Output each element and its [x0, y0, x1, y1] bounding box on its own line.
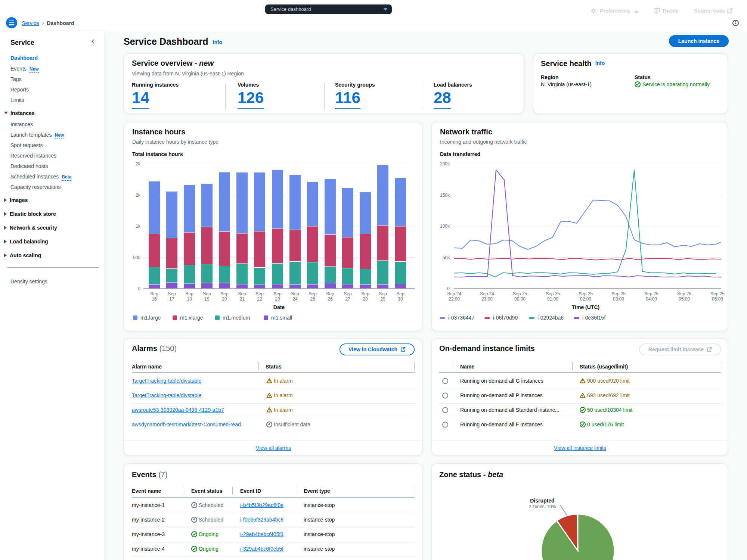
svg-text:200k: 200k [440, 161, 450, 167]
svg-text:27: 27 [345, 296, 350, 302]
svg-text:Sep: Sep [168, 291, 176, 296]
svg-text:28: 28 [363, 296, 368, 302]
svg-text:0: 0 [138, 286, 140, 291]
svg-text:0: 0 [447, 286, 450, 291]
svg-text:Sep: Sep [344, 291, 352, 296]
svg-text:04:00: 04:00 [646, 296, 657, 302]
svg-text:Sep: Sep [326, 291, 334, 296]
svg-text:Sep 25: Sep 25 [611, 291, 626, 296]
svg-text:Sep: Sep [220, 291, 229, 296]
svg-text:23: 23 [275, 296, 280, 302]
svg-text:05:00: 05:00 [679, 296, 690, 302]
svg-text:Sep 25: Sep 25 [546, 291, 560, 296]
svg-text:Sep: Sep [396, 291, 405, 296]
svg-text:Sep 25: Sep 25 [644, 291, 658, 296]
svg-text:00:00: 00:00 [514, 296, 526, 302]
svg-text:Sep: Sep [379, 291, 387, 296]
svg-text:Sep: Sep [273, 291, 282, 296]
svg-text:2k: 2k [136, 161, 141, 167]
svg-text:23:00: 23:00 [481, 296, 493, 302]
svg-text:01:00: 01:00 [547, 296, 558, 302]
svg-text:Sep: Sep [291, 291, 299, 296]
svg-text:Sep 25: Sep 25 [579, 291, 593, 296]
svg-text:Sep 25: Sep 25 [513, 291, 527, 296]
svg-text:100k: 100k [440, 224, 450, 229]
svg-text:2k: 2k [136, 193, 141, 198]
svg-text:Sep: Sep [255, 291, 264, 296]
svg-text:500: 500 [133, 255, 140, 260]
svg-text:18: 18 [187, 296, 192, 302]
svg-text:1k: 1k [136, 224, 141, 229]
svg-text:Sep: Sep [309, 291, 317, 296]
svg-text:Sep: Sep [361, 291, 369, 296]
svg-text:02:00: 02:00 [580, 296, 591, 302]
svg-text:24: 24 [292, 296, 298, 302]
svg-text:22: 22 [257, 296, 262, 302]
svg-text:30: 30 [398, 296, 403, 302]
svg-text:Sep 24: Sep 24 [480, 291, 494, 296]
svg-text:26: 26 [328, 296, 333, 302]
svg-text:25: 25 [310, 296, 315, 302]
svg-text:06:00: 06:00 [712, 296, 723, 302]
svg-text:Sep 25: Sep 25 [710, 291, 725, 296]
svg-text:19: 19 [204, 296, 210, 302]
svg-text:Sep 24: Sep 24 [447, 291, 461, 296]
svg-text:50k: 50k [443, 255, 450, 260]
svg-text:Sep: Sep [185, 291, 193, 296]
svg-text:Sep: Sep [150, 291, 158, 296]
svg-text:22:00: 22:00 [449, 296, 460, 302]
svg-text:03:00: 03:00 [613, 296, 624, 302]
svg-text:150k: 150k [440, 193, 450, 198]
svg-text:Sep 25: Sep 25 [677, 291, 691, 296]
svg-text:17: 17 [169, 296, 174, 302]
svg-text:Sep: Sep [238, 291, 246, 296]
svg-text:Sep: Sep [203, 291, 211, 296]
svg-text:20: 20 [222, 296, 227, 302]
svg-text:16: 16 [152, 296, 157, 302]
svg-text:29: 29 [380, 296, 385, 302]
svg-text:21: 21 [239, 296, 245, 302]
